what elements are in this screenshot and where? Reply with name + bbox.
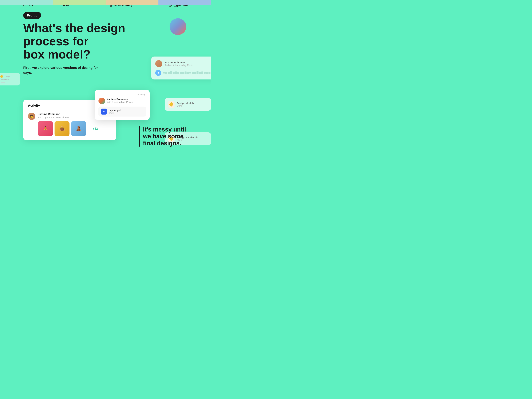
notification-time: 2 min ago [98,93,146,95]
deco-circle-main [170,18,186,35]
sketch-diamond-icon [169,102,174,107]
pro-tip-badge: Pro tip [23,12,41,19]
top-img-2 [53,0,106,5]
activity-name: Justine Robinson [38,113,60,116]
play-button[interactable] [155,70,161,76]
waveform-bar [175,71,177,74]
waveform-bar [209,72,210,74]
photo-thumb-2: 👜 [55,121,70,136]
waveform-bar [180,72,182,74]
notif-file-row: Ps Layout.psd 34mb [98,107,146,117]
headline-line2: box model? [23,48,90,61]
music-row: Justine Robinson Add audiotrack to My Mu… [155,60,210,67]
file-card: Design.sketch 34mb [165,98,211,111]
waveform-bar [173,72,175,74]
notif-avatar-inner [98,98,105,104]
waveform-bar [194,72,196,74]
notif-avatar [98,98,105,104]
waveform-bar [168,72,170,74]
left-file-size: 56mb [1,82,5,83]
notif-action: Add 2 files to Last Project [107,101,133,103]
subtitle: First, we explore various versions of de… [23,65,100,75]
notification-row: Justine Robinson Add 2 files to Last Pro… [98,98,146,104]
photo-thumb-1: 🧍 [38,121,53,136]
top-img-4 [158,0,211,5]
waveform-bar [184,71,187,74]
photo-row: 🧍 👜 🧸 +12 [38,121,112,136]
waveform-bar [189,72,191,74]
file-card-size: 34mb [177,105,194,107]
notif-file-name: Layout.psd [109,109,121,112]
waveform-bar [192,72,194,74]
notif-name: Justine Robinson [107,98,133,101]
file-card-name: Design.sketch [177,102,194,105]
left-partial-card: Design V2.sketch 56mb [0,73,20,85]
waveform-bar [201,71,203,74]
waveform [163,71,210,75]
waveform-bar [204,72,206,74]
music-info: Justine Robinson Add audiotrack to My Mu… [165,61,193,66]
notif-content: Justine Robinson Add 2 files to Last Pro… [107,98,133,103]
quote-section: It's messy until we have some final desi… [143,126,188,147]
waveform-bar [182,72,184,74]
play-icon [158,71,160,74]
notification-card: 2 min ago Justine Robinson Add 2 files t… [95,90,150,120]
file-card-info: Design.sketch 34mb [177,102,194,107]
music-avatar [155,60,162,67]
top-image-strip [0,0,211,5]
headline-line1: What's the design process for [23,21,125,48]
avatar-img: 🧑 [28,113,35,120]
waveform-bar [163,72,165,74]
quote-text: It's messy until we have some final desi… [143,126,188,147]
waveform-bar [165,72,167,74]
deco-circle-small [186,35,191,40]
file-card-row: Design.sketch 34mb [168,101,208,108]
quote-bar [139,126,140,147]
sketch-icon [168,101,175,108]
waveform-bar [206,72,208,74]
waveform-bar [196,71,198,74]
photo-more: +12 [88,121,103,136]
activity-avatar: 🧑 [28,113,35,120]
waveform-bar [199,72,201,74]
waveform-bar [170,71,172,74]
deco-circle [170,18,191,40]
top-img-3 [106,0,158,5]
music-player [155,70,210,76]
music-name: Justine Robinson [165,61,193,64]
music-card: Justine Robinson Add audiotrack to My Mu… [151,57,211,79]
notif-file-size: 34mb [109,112,121,114]
ps-icon: Ps [101,108,107,114]
photo-thumb-3: 🧸 [71,121,86,136]
top-img-1 [0,0,53,5]
left-diamond-icon [0,75,4,78]
music-action: Add audiotrack to My Music [165,64,193,66]
waveform-bar [177,72,179,74]
notif-file-info: Layout.psd 34mb [109,109,121,114]
waveform-bar [187,72,189,74]
headline: What's the design process for box model? [23,22,136,61]
